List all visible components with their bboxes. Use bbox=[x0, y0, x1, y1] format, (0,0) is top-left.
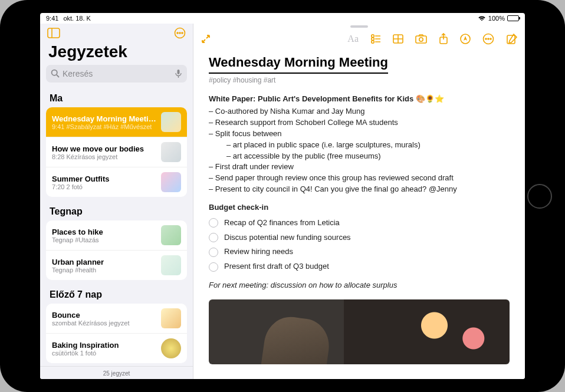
more-options-icon[interactable] bbox=[482, 33, 494, 45]
sidebar: Jegyzetek Ma Wednesday Mo bbox=[40, 24, 193, 379]
note-subtitle: Tegnap #Utazás bbox=[52, 236, 156, 243]
note-doc-title: Wednesday Morning Meeting bbox=[209, 53, 388, 74]
notes-list[interactable]: Ma Wednesday Morning Meeting 9:41 #Szabá… bbox=[40, 87, 193, 366]
svg-rect-19 bbox=[416, 36, 426, 43]
note-title: Bounce bbox=[52, 311, 156, 319]
note-subtitle: 8:28 Kézírásos jegyzet bbox=[52, 153, 156, 160]
note-bullets: – Co-authored by Nisha Kumar and Jay Mun… bbox=[209, 106, 510, 195]
note-subtitle: 9:41 #Szabályzat #Ház #Művészet bbox=[52, 123, 156, 130]
sidebar-toggle-icon[interactable] bbox=[47, 28, 60, 38]
checkbox-icon[interactable] bbox=[209, 218, 218, 228]
svg-point-12 bbox=[372, 38, 375, 41]
drag-handle-icon[interactable] bbox=[350, 25, 368, 28]
checkbox-icon[interactable] bbox=[209, 262, 218, 272]
note-body[interactable]: Wednesday Morning Meeting #policy #housi… bbox=[193, 48, 525, 379]
svg-point-3 bbox=[177, 32, 178, 34]
markup-icon[interactable] bbox=[460, 34, 471, 44]
note-image[interactable] bbox=[209, 299, 510, 364]
section-header: Tegnap bbox=[46, 200, 187, 220]
battery-icon bbox=[507, 15, 519, 21]
section-header: Ma bbox=[46, 87, 187, 107]
note-subhead: White Paper: Public Art's Development Be… bbox=[209, 94, 510, 105]
camera-icon[interactable] bbox=[415, 34, 427, 44]
status-bar: 9:41 okt. 18. K 100% bbox=[40, 13, 525, 24]
note-thumbnail bbox=[161, 255, 181, 275]
ipad-frame: 9:41 okt. 18. K 100% bbox=[0, 0, 565, 392]
svg-rect-0 bbox=[48, 28, 60, 38]
note-section-title: Budget check-in bbox=[209, 202, 510, 213]
note-thumbnail bbox=[161, 172, 181, 192]
svg-point-14 bbox=[372, 41, 375, 44]
note-row[interactable]: Wednesday Morning Meeting 9:41 #Szabályz… bbox=[46, 107, 187, 137]
note-thumbnail bbox=[161, 142, 181, 162]
note-thumbnail bbox=[161, 112, 181, 132]
note-row[interactable]: Bounce szombat Kézírásos jegyzet bbox=[46, 304, 187, 333]
search-input[interactable] bbox=[46, 65, 187, 83]
text-format-icon[interactable]: Aa bbox=[347, 34, 359, 44]
svg-line-7 bbox=[57, 75, 59, 77]
svg-point-6 bbox=[52, 70, 57, 75]
table-icon[interactable] bbox=[393, 34, 403, 44]
checklist-item[interactable]: Recap of Q2 finances from Leticia bbox=[209, 216, 510, 230]
note-title: Summer Outfits bbox=[52, 174, 156, 183]
note-tags: #policy #housing #art bbox=[209, 75, 510, 85]
note-row[interactable]: Urban planner Tegnap #health bbox=[46, 250, 187, 280]
note-thumbnail bbox=[161, 338, 181, 358]
svg-point-26 bbox=[490, 38, 491, 39]
expand-icon[interactable] bbox=[201, 34, 211, 44]
note-footnote: For next meeting: discussion on how to a… bbox=[209, 280, 510, 291]
checklist-icon[interactable] bbox=[370, 34, 381, 44]
svg-point-24 bbox=[485, 38, 487, 39]
note-thumbnail bbox=[161, 308, 181, 328]
compose-icon[interactable] bbox=[506, 33, 518, 45]
note-subtitle: Tegnap #health bbox=[52, 266, 156, 274]
note-row[interactable]: How we move our bodies 8:28 Kézírásos je… bbox=[46, 137, 187, 167]
svg-point-20 bbox=[419, 38, 423, 41]
note-row[interactable]: Baking Inspiration csütörtök 1 fotó bbox=[46, 333, 187, 363]
section-header: Előző 7 nap bbox=[46, 284, 187, 304]
note-title: How we move our bodies bbox=[52, 144, 156, 153]
checklist-item[interactable]: Review hiring needs bbox=[209, 245, 510, 259]
wifi-icon bbox=[478, 15, 486, 21]
home-button[interactable] bbox=[527, 184, 552, 209]
checklist-item[interactable]: Discus potential new funding sources bbox=[209, 230, 510, 245]
search-icon bbox=[51, 69, 60, 78]
screen: 9:41 okt. 18. K 100% bbox=[40, 13, 525, 379]
svg-point-4 bbox=[179, 32, 180, 34]
svg-point-10 bbox=[372, 35, 375, 38]
svg-point-5 bbox=[182, 32, 183, 34]
note-title: Wednesday Morning Meeting bbox=[52, 114, 156, 123]
more-icon[interactable] bbox=[174, 27, 186, 39]
note-title: Places to hike bbox=[52, 228, 156, 236]
content-toolbar: Aa bbox=[193, 29, 525, 48]
note-content: Aa bbox=[193, 24, 525, 379]
share-icon[interactable] bbox=[439, 33, 448, 45]
note-row[interactable]: Summer Outfits 7:20 2 fotó bbox=[46, 167, 187, 197]
mic-icon[interactable] bbox=[175, 69, 182, 78]
note-title: Urban planner bbox=[52, 258, 156, 266]
notes-app: Jegyzetek Ma Wednesday Mo bbox=[40, 24, 525, 379]
status-time: 9:41 bbox=[46, 15, 58, 22]
sidebar-title: Jegyzetek bbox=[40, 42, 193, 65]
svg-rect-8 bbox=[178, 70, 180, 74]
checkbox-icon[interactable] bbox=[209, 248, 218, 257]
note-title: Baking Inspiration bbox=[52, 341, 156, 350]
checkbox-icon[interactable] bbox=[209, 233, 218, 242]
note-row[interactable]: Places to hike Tegnap #Utazás bbox=[46, 220, 187, 250]
note-count: 25 jegyzet bbox=[40, 366, 193, 379]
battery-pct: 100% bbox=[488, 15, 505, 22]
status-date: okt. 18. K bbox=[63, 15, 90, 22]
note-subtitle: szombat Kézírásos jegyzet bbox=[52, 319, 156, 327]
checklist-item[interactable]: Present first draft of Q3 budget bbox=[209, 259, 510, 274]
note-subtitle: 7:20 2 fotó bbox=[52, 183, 156, 190]
svg-point-25 bbox=[488, 38, 489, 39]
note-thumbnail bbox=[161, 225, 181, 245]
note-subtitle: csütörtök 1 fotó bbox=[52, 350, 156, 357]
